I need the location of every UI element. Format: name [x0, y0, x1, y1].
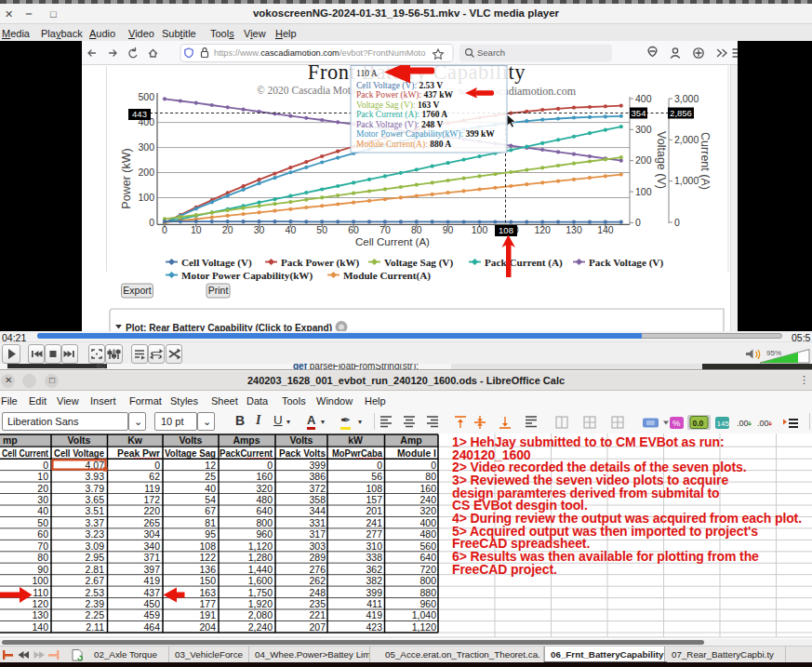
- svg-text:397: 397: [143, 564, 160, 575]
- svg-text:344: 344: [309, 505, 326, 516]
- svg-text:70: 70: [37, 540, 48, 552]
- svg-text:1,750: 1,750: [248, 587, 273, 598]
- svg-text:119: 119: [144, 483, 160, 494]
- svg-text:Amps: Amps: [233, 434, 260, 446]
- svg-text:340: 340: [143, 540, 160, 552]
- svg-text:1,120: 1,120: [248, 540, 273, 552]
- svg-text:560: 560: [419, 540, 436, 552]
- svg-text:2,000: 2,000: [674, 134, 699, 145]
- svg-text:Pack Power (kW): 437 kW: Pack Power (kW): 437 kW: [356, 90, 453, 100]
- svg-text:0: 0: [154, 460, 160, 471]
- svg-text:338: 338: [366, 552, 382, 563]
- svg-text:304: 304: [143, 528, 160, 540]
- svg-text:419: 419: [366, 609, 382, 620]
- svg-text:Pack Power (kW): Pack Power (kW): [281, 257, 360, 269]
- svg-text:235: 235: [309, 598, 326, 609]
- svg-text:320: 320: [256, 483, 273, 494]
- svg-text:960: 960: [419, 598, 436, 609]
- svg-text:160: 160: [256, 471, 273, 482]
- svg-text:130: 130: [32, 609, 48, 620]
- svg-text:25: 25: [205, 471, 216, 482]
- svg-text:443: 443: [132, 109, 147, 119]
- svg-text:120: 120: [534, 224, 551, 235]
- svg-text:2.81: 2.81: [86, 564, 105, 575]
- svg-text:399: 399: [309, 460, 326, 471]
- svg-text:3,000: 3,000: [674, 93, 699, 104]
- svg-text:1,920: 1,920: [248, 598, 273, 609]
- svg-text:3.23: 3.23: [86, 528, 105, 540]
- svg-text:204: 204: [199, 621, 216, 633]
- svg-text:108: 108: [366, 483, 382, 494]
- svg-text:0: 0: [377, 460, 382, 471]
- svg-text:50: 50: [316, 224, 327, 235]
- svg-text:262: 262: [309, 575, 326, 586]
- svg-text:640: 640: [419, 552, 436, 563]
- svg-text:240: 240: [419, 494, 436, 505]
- svg-text:Voltage Sag (V): Voltage Sag (V): [384, 257, 453, 269]
- svg-text:0: 0: [149, 217, 154, 228]
- svg-text:1,280: 1,280: [248, 552, 273, 563]
- svg-text:265: 265: [143, 517, 160, 528]
- svg-text:411: 411: [366, 598, 382, 609]
- svg-text:95%: 95%: [766, 349, 781, 357]
- svg-text:3.09: 3.09: [86, 540, 105, 552]
- svg-text:2,240: 2,240: [248, 621, 273, 633]
- svg-text:Cell Voltage: Cell Voltage: [54, 447, 104, 459]
- svg-text:mp: mp: [3, 434, 18, 446]
- svg-text:100: 100: [138, 192, 154, 203]
- svg-text:Pack Voltage (V): 248 V: Pack Voltage (V): 248 V: [356, 120, 444, 130]
- svg-text:720: 720: [419, 564, 436, 575]
- svg-text:220: 220: [143, 505, 160, 516]
- svg-text:354: 354: [632, 108, 646, 118]
- svg-text:289: 289: [309, 552, 326, 563]
- svg-text:Peak Pwr: Peak Pwr: [117, 447, 160, 459]
- svg-text:95: 95: [205, 528, 216, 540]
- svg-text:372: 372: [309, 483, 326, 494]
- svg-text:200: 200: [635, 154, 652, 166]
- svg-text:500: 500: [138, 91, 154, 102]
- svg-text:Module Current(A): Module Current(A): [343, 270, 431, 282]
- svg-text:303: 303: [309, 540, 326, 552]
- svg-text:Cell Voltage (V): 2.53 V: Cell Voltage (V): 2.53 V: [356, 81, 443, 91]
- svg-text:800: 800: [419, 575, 436, 586]
- svg-text:2.53: 2.53: [86, 587, 105, 598]
- svg-text:320: 320: [419, 505, 436, 516]
- svg-text:90: 90: [443, 224, 454, 235]
- svg-text:40: 40: [205, 483, 216, 494]
- svg-text:3.51: 3.51: [86, 505, 105, 516]
- svg-text:136: 136: [199, 564, 216, 575]
- svg-text:2,080: 2,080: [248, 609, 273, 620]
- svg-text:2.39: 2.39: [86, 598, 105, 609]
- svg-text:Pack Voltage (V): Pack Voltage (V): [589, 257, 663, 269]
- svg-text:1,040: 1,040: [412, 609, 436, 620]
- svg-text:100: 100: [635, 186, 652, 197]
- svg-text:358: 358: [309, 494, 326, 505]
- svg-text:640: 640: [256, 505, 273, 516]
- svg-text:40: 40: [286, 224, 297, 235]
- svg-text:20: 20: [37, 483, 48, 494]
- svg-text:10: 10: [37, 471, 48, 482]
- svg-text:177: 177: [199, 598, 216, 609]
- svg-text:80: 80: [37, 552, 48, 563]
- svg-text:3.37: 3.37: [86, 517, 105, 528]
- svg-text:108: 108: [199, 540, 216, 552]
- svg-text:Module I: Module I: [397, 447, 436, 459]
- svg-text:Print: Print: [208, 285, 229, 296]
- svg-text:62: 62: [149, 471, 160, 482]
- svg-text:0: 0: [267, 460, 273, 471]
- svg-text:1,440: 1,440: [248, 564, 273, 575]
- svg-text:12: 12: [205, 460, 216, 471]
- svg-text:56: 56: [371, 471, 382, 482]
- svg-text:399: 399: [366, 587, 382, 598]
- svg-text:277: 277: [366, 528, 382, 540]
- svg-text:464: 464: [143, 621, 160, 633]
- svg-text:© 2020 Cascadia Motion: © 2020 Cascadia Motion: [257, 85, 365, 96]
- svg-text:960: 960: [256, 528, 273, 540]
- svg-text:2.11: 2.11: [86, 621, 104, 633]
- svg-text:Pack Current (A): 1760 A: Pack Current (A): 1760 A: [356, 110, 447, 120]
- svg-text:Export: Export: [123, 285, 151, 296]
- svg-text:419: 419: [143, 575, 160, 586]
- svg-text:3.79: 3.79: [86, 483, 105, 494]
- svg-text:0: 0: [674, 217, 680, 228]
- svg-text:880: 880: [419, 587, 436, 598]
